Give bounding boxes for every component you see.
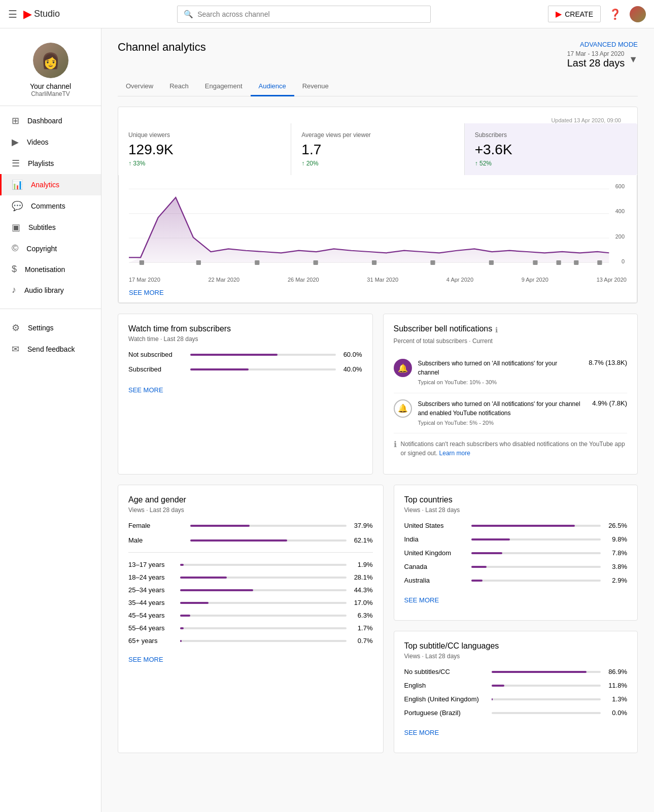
sidebar-item-videos[interactable]: ▶ Videos xyxy=(0,131,101,153)
country-track-4 xyxy=(471,580,601,582)
audio-library-icon: ♪ xyxy=(12,285,16,295)
bar-track-not-subscribed xyxy=(190,354,336,356)
svg-rect-14 xyxy=(597,260,602,265)
date-range-wrap: 17 Mar - 13 Apr 2020 Last 28 days ▼ xyxy=(567,50,638,69)
notif-row-1: 🔔 Subscribers who turned on 'All notific… xyxy=(394,393,628,434)
chart-date-1: 22 Mar 2020 xyxy=(208,277,239,283)
sidebar-label-feedback: Send feedback xyxy=(27,345,75,353)
sections-row-2: Age and gender Views · Last 28 days Fema… xyxy=(118,485,638,753)
sidebar-label-comments: Comments xyxy=(31,202,65,210)
help-button[interactable]: ❓ xyxy=(609,8,622,20)
fill-female xyxy=(190,525,250,527)
profile-channel: CharliManeTV xyxy=(31,90,70,97)
subtitle-pct-2: 1.3% xyxy=(607,695,627,703)
header-right: ADVANCED MODE 17 Mar - 13 Apr 2020 Last … xyxy=(567,41,638,69)
chart-date-2: 26 Mar 2020 xyxy=(288,277,319,283)
date-dropdown-icon[interactable]: ▼ xyxy=(629,54,638,65)
age-pct-25-34: 44.3% xyxy=(353,586,373,594)
warning-main: Notifications can't reach subscribers wh… xyxy=(401,441,625,457)
see-more-age-gender[interactable]: SEE MORE xyxy=(128,656,163,663)
see-more-chart[interactable]: SEE MORE xyxy=(129,289,164,296)
svg-rect-13 xyxy=(574,260,578,265)
watch-time-title: Watch time from subscribers xyxy=(128,324,362,333)
age-pct-13-17: 1.9% xyxy=(353,561,373,568)
sidebar-label-copyright: Copyright xyxy=(26,245,57,253)
sidebar-item-analytics[interactable]: 📊 Analytics xyxy=(0,174,101,195)
tab-overview[interactable]: Overview xyxy=(118,77,161,96)
sidebar-item-feedback[interactable]: ✉ Send feedback xyxy=(0,339,101,360)
top-countries-card: Top countries Views · Last 28 days Unite… xyxy=(394,485,638,621)
watch-time-row-0: Not subscribed 60.0% xyxy=(128,351,362,358)
tab-engagement[interactable]: Engagement xyxy=(197,77,251,96)
metric-label-subscribers: Subscribers xyxy=(475,131,627,139)
subtitle-label-2: English (United Kingdom) xyxy=(404,695,486,703)
track-female xyxy=(190,525,347,527)
main-content: Channel analytics ADVANCED MODE 17 Mar -… xyxy=(101,28,654,812)
country-label-2: United Kingdom xyxy=(404,549,465,557)
age-label-13-17: 13–17 years xyxy=(128,561,174,568)
tab-audience[interactable]: Audience xyxy=(251,77,294,96)
sidebar-item-monetisation[interactable]: $ Monetisation xyxy=(0,259,101,280)
gender-row-female: Female 37.9% xyxy=(128,522,373,529)
age-row-65plus: 65+ years 0.7% xyxy=(128,637,373,645)
sidebar-item-playlists[interactable]: ☰ Playlists xyxy=(0,153,101,174)
sidebar-item-audio-library[interactable]: ♪ Audio library xyxy=(0,280,101,300)
sidebar-item-subtitles[interactable]: ▣ Subtitles xyxy=(0,217,101,238)
search-input[interactable] xyxy=(197,10,424,18)
metric-value-avg-views: 1.7 xyxy=(301,142,454,158)
see-more-countries[interactable]: SEE MORE xyxy=(404,596,439,604)
hamburger-menu[interactable]: ☰ xyxy=(8,8,17,20)
subtitle-label-3: Portuguese (Brazil) xyxy=(404,709,486,717)
country-track-2 xyxy=(471,552,601,554)
gender-row-male: Male 62.1% xyxy=(128,536,373,544)
age-pct-55-64: 1.7% xyxy=(353,624,373,632)
age-row-18-24: 18–24 years 28.1% xyxy=(128,573,373,581)
warning-link[interactable]: Learn more xyxy=(439,450,470,457)
tab-revenue[interactable]: Revenue xyxy=(294,77,337,96)
nav-right: ▶ CREATE ❓ xyxy=(548,6,646,22)
bell-icon-outline: 🔔 xyxy=(394,399,412,418)
updated-text: Updated 13 Apr 2020, 09:00 xyxy=(543,111,629,123)
warning-icon: ℹ xyxy=(394,439,397,449)
create-button[interactable]: ▶ CREATE xyxy=(548,6,601,22)
comments-icon: 💬 xyxy=(12,200,23,212)
analytics-icon: 📊 xyxy=(12,179,23,190)
age-label-65plus: 65+ years xyxy=(128,637,174,645)
top-subtitles-title: Top subtitle/CC languages xyxy=(404,641,628,651)
sidebar-label-playlists: Playlists xyxy=(28,159,54,167)
sidebar-item-dashboard[interactable]: ⊞ Dashboard xyxy=(0,110,101,131)
country-fill-2 xyxy=(471,552,502,554)
country-row-0: United States 26.5% xyxy=(404,522,628,529)
chart-date-5: 9 Apr 2020 xyxy=(522,277,548,283)
age-fill-45-54 xyxy=(180,615,190,617)
country-track-0 xyxy=(471,525,601,527)
settings-icon: ⚙ xyxy=(12,322,20,333)
age-label-45-54: 45–54 years xyxy=(128,612,174,619)
sidebar-item-copyright[interactable]: © Copyright xyxy=(0,238,101,259)
bell-icon-filled: 🔔 xyxy=(394,359,412,377)
tabs: Overview Reach Engagement Audience Reven… xyxy=(118,77,638,96)
metric-value-unique-viewers: 129.9K xyxy=(128,142,281,158)
sidebar-item-settings[interactable]: ⚙ Settings xyxy=(0,317,101,339)
top-subtitles-card: Top subtitle/CC languages Views · Last 2… xyxy=(394,631,638,753)
see-more-watch-time[interactable]: SEE MORE xyxy=(128,386,163,394)
age-track-35-44 xyxy=(180,602,347,604)
chart-labels: 17 Mar 2020 22 Mar 2020 26 Mar 2020 31 M… xyxy=(129,275,627,283)
age-pct-18-24: 28.1% xyxy=(353,573,373,581)
logo: ▶ Studio xyxy=(23,8,60,21)
age-row-35-44: 35–44 years 17.0% xyxy=(128,599,373,606)
advanced-mode-link[interactable]: ADVANCED MODE xyxy=(580,41,638,48)
page-title: Channel analytics xyxy=(118,41,206,54)
tab-reach[interactable]: Reach xyxy=(161,77,197,96)
country-pct-1: 9.8% xyxy=(607,535,627,543)
subscriber-bell-card: Subscriber bell notifications ℹ Percent … xyxy=(383,314,638,475)
country-row-4: Australia 2.9% xyxy=(404,577,628,584)
avatar[interactable] xyxy=(630,6,646,22)
right-col: Top countries Views · Last 28 days Unite… xyxy=(394,485,638,753)
see-more-subtitles[interactable]: SEE MORE xyxy=(404,729,439,736)
subtitle-track-0 xyxy=(492,671,601,673)
sidebar-item-comments[interactable]: 💬 Comments xyxy=(0,195,101,217)
subtitle-pct-0: 86.9% xyxy=(607,668,627,675)
age-row-13-17: 13–17 years 1.9% xyxy=(128,561,373,568)
country-track-3 xyxy=(471,566,601,568)
